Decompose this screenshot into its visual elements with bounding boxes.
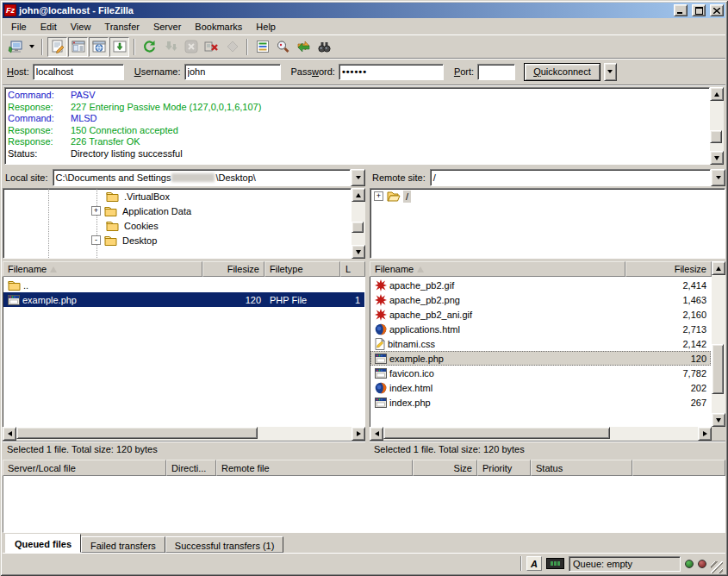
tab-successful-transfers[interactable]: Successful transfers (1) <box>165 536 284 553</box>
file-row[interactable]: .. <box>3 278 364 292</box>
toggle-message-log-button[interactable] <box>47 37 67 57</box>
tab-queued-files[interactable]: Queued files <box>5 534 81 553</box>
quickconnect-button[interactable]: Quickconnect <box>524 63 600 81</box>
log-scrollbar[interactable] <box>710 87 724 165</box>
scroll-thumb[interactable] <box>352 222 364 233</box>
column-header-lastmodified[interactable]: L <box>340 261 365 277</box>
local-list-hscrollbar[interactable] <box>3 427 365 441</box>
tree-item[interactable]: + / <box>370 189 725 203</box>
file-row[interactable]: index.php 267 <box>370 395 711 410</box>
scroll-thumb[interactable] <box>383 427 610 439</box>
column-header-filename[interactable]: Filename <box>370 261 625 277</box>
reconnect-button[interactable] <box>222 37 242 57</box>
tree-item-label[interactable]: / <box>403 191 411 203</box>
menu-edit[interactable]: Edit <box>34 19 64 34</box>
menu-help[interactable]: Help <box>249 19 283 34</box>
column-header-remote-file[interactable]: Remote file <box>216 460 413 476</box>
file-row[interactable]: example.php 120 PHP File 1 <box>3 292 364 307</box>
local-path-field[interactable]: C:\Documents and Settings\Desktop\ <box>53 169 351 186</box>
queue-list[interactable] <box>3 476 725 533</box>
scroll-up-button[interactable] <box>352 188 365 202</box>
scroll-left-button[interactable] <box>370 427 383 441</box>
transfer-type-indicator-icon[interactable]: A <box>526 556 542 571</box>
local-site-combo[interactable]: C:\Documents and Settings\Desktop\ <box>53 169 365 186</box>
scroll-right-button[interactable] <box>698 427 712 441</box>
minimize-button[interactable] <box>674 4 688 16</box>
file-row[interactable]: apache_pb2_ani.gif 2,160 <box>370 307 711 322</box>
port-input[interactable] <box>477 64 515 80</box>
menu-bookmarks[interactable]: Bookmarks <box>188 19 249 34</box>
column-header-server-local-file[interactable]: Server/Local file <box>3 460 166 476</box>
scroll-up-button[interactable] <box>710 87 724 101</box>
file-row[interactable]: bitnami.css 2,142 <box>370 336 711 351</box>
column-header-filesize[interactable]: Filesize <box>202 261 264 277</box>
scroll-down-button[interactable] <box>352 245 365 259</box>
scroll-left-button[interactable] <box>3 427 16 441</box>
find-files-button[interactable] <box>314 37 334 57</box>
remote-list-scrollbar[interactable] <box>712 261 725 427</box>
resize-grip[interactable] <box>711 561 723 573</box>
tree-expander[interactable]: + <box>91 206 101 216</box>
menu-view[interactable]: View <box>64 19 98 34</box>
tree-item-label[interactable]: .VirtualBox <box>121 191 172 203</box>
column-header-direction[interactable]: Directi... <box>166 460 216 476</box>
close-button[interactable] <box>710 4 724 16</box>
local-path-dropdown[interactable] <box>351 169 365 186</box>
menu-server[interactable]: Server <box>146 19 188 34</box>
host-input[interactable] <box>33 64 124 80</box>
tree-expander[interactable]: - <box>91 235 101 245</box>
file-row[interactable]: apache_pb2.gif 2,414 <box>370 278 711 292</box>
toggle-remote-tree-button[interactable] <box>89 37 109 57</box>
cancel-operation-button[interactable] <box>181 37 201 57</box>
tree-item[interactable]: - Desktop <box>3 233 351 247</box>
tree-item[interactable]: .VirtualBox <box>3 189 351 203</box>
scroll-up-button[interactable] <box>712 261 725 275</box>
process-queue-button[interactable] <box>160 37 180 57</box>
column-header-filename[interactable]: Filename <box>3 261 202 277</box>
tree-item-label[interactable]: Application Data <box>120 205 194 217</box>
column-header-status[interactable]: Status <box>531 460 632 476</box>
directory-listing-filters-button[interactable] <box>252 37 272 57</box>
file-row[interactable]: favicon.ico 7,782 <box>370 366 711 380</box>
tree-expander[interactable]: + <box>374 191 383 201</box>
compare-directories-button[interactable] <box>273 37 293 57</box>
scroll-down-button[interactable] <box>710 151 724 165</box>
toggle-local-tree-button[interactable] <box>68 37 88 57</box>
password-input[interactable] <box>339 64 444 80</box>
site-manager-button[interactable] <box>5 37 25 57</box>
tree-item-label[interactable]: Desktop <box>120 235 159 247</box>
tree-item-label[interactable]: Cookies <box>121 220 161 232</box>
file-row[interactable]: apache_pb2.png 1,463 <box>370 292 711 307</box>
maximize-button[interactable] <box>692 4 706 16</box>
column-header-priority[interactable]: Priority <box>477 460 531 476</box>
scroll-thumb[interactable] <box>712 344 724 394</box>
file-row[interactable]: index.html 202 <box>370 380 711 395</box>
tab-failed-transfers[interactable]: Failed transfers <box>81 536 165 553</box>
speed-limit-indicator-icon[interactable] <box>546 558 564 569</box>
tree-item[interactable]: + Application Data <box>3 203 351 218</box>
scroll-thumb[interactable] <box>16 427 258 439</box>
menu-transfer[interactable]: Transfer <box>97 19 146 34</box>
remote-path-field[interactable]: / <box>430 169 711 186</box>
local-tree-scrollbar[interactable] <box>352 188 365 259</box>
username-input[interactable] <box>184 64 281 80</box>
scroll-down-button[interactable] <box>712 413 725 427</box>
quickconnect-dropdown[interactable] <box>604 63 617 81</box>
file-row[interactable]: example.php 120 <box>370 351 711 366</box>
scroll-right-button[interactable] <box>352 427 365 441</box>
refresh-button[interactable] <box>140 37 159 57</box>
file-row[interactable]: applications.html 2,713 <box>370 322 711 336</box>
remote-site-combo[interactable]: / <box>430 169 725 186</box>
column-header-filetype[interactable]: Filetype <box>264 261 340 277</box>
disconnect-button[interactable] <box>202 37 221 57</box>
column-header-size[interactable]: Size <box>413 460 477 476</box>
menu-file[interactable]: File <box>4 19 34 34</box>
remote-list-hscrollbar[interactable] <box>370 427 712 441</box>
scroll-thumb[interactable] <box>710 130 722 143</box>
remote-path-dropdown[interactable] <box>711 169 725 186</box>
tree-item[interactable]: Cookies <box>3 218 351 233</box>
site-manager-dropdown[interactable] <box>26 37 37 57</box>
synchronized-browsing-button[interactable] <box>294 37 314 57</box>
column-header-filesize[interactable]: Filesize <box>625 261 712 277</box>
toggle-transfer-queue-button[interactable] <box>109 37 129 57</box>
